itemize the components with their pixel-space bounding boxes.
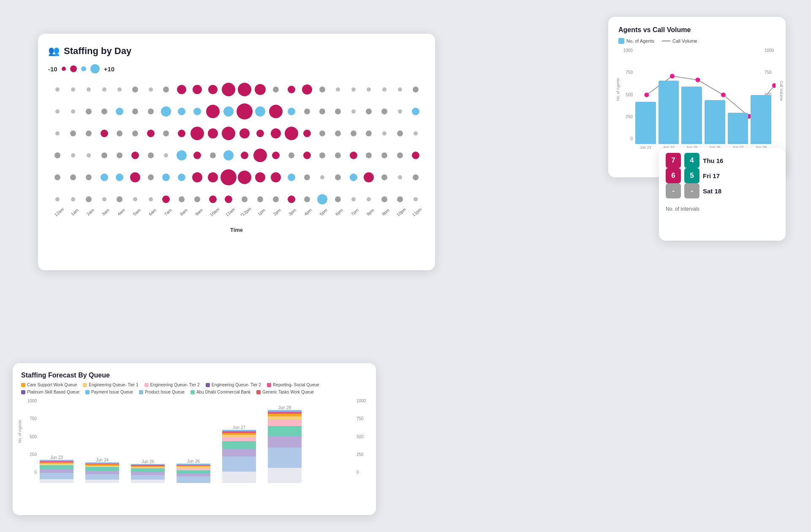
- bubble-cell: [346, 101, 361, 122]
- bubble: [148, 109, 154, 114]
- bubble: [86, 196, 92, 202]
- bubble: [397, 130, 403, 136]
- bubble: [366, 130, 372, 136]
- stacked-seg: [222, 441, 256, 449]
- bubble: [412, 108, 419, 115]
- agents-call-legend: No. of Agents Call Volume: [618, 38, 776, 44]
- forecast-legend-item: Reporting- Social Queue: [267, 383, 319, 387]
- staffing-day-title: 👥 Staffing by Day: [48, 46, 425, 57]
- bubble-cell: [158, 123, 174, 144]
- bubble-cell: [65, 123, 81, 144]
- bubble-cell: [96, 101, 112, 122]
- legend-call: Call Volume: [662, 38, 697, 43]
- bubble-cell: [299, 79, 315, 100]
- bubble: [237, 103, 253, 119]
- schedule-row: 74Thu 16: [666, 153, 779, 168]
- bubble-cell: [174, 123, 190, 144]
- bubble-cell: [96, 167, 112, 187]
- bubble: [351, 109, 356, 114]
- bubble-cell: [50, 101, 65, 122]
- bubble: [55, 197, 60, 201]
- agents-call-title: Agents vs Call Volume: [618, 26, 776, 34]
- bubble: [86, 174, 92, 180]
- forecast-y-tick-right: 750: [357, 416, 364, 421]
- bubble: [101, 174, 108, 181]
- forecast-y-tick: 750: [30, 416, 37, 421]
- bubble-cell: [158, 167, 174, 187]
- bubble: [288, 195, 295, 203]
- forecast-legend-dot: [144, 383, 149, 387]
- forecast-bar-col: Jun 26: [177, 458, 210, 483]
- bubble: [223, 106, 234, 117]
- bubble-cell: [299, 101, 315, 122]
- schedule-badge-red: -: [666, 183, 681, 198]
- bar-rect: [635, 102, 656, 144]
- bubble-cell: [143, 79, 158, 100]
- bubble-cell: [268, 167, 284, 187]
- forecast-bar-xlabel: Jun 23: [50, 455, 63, 460]
- bubble: [367, 197, 371, 201]
- bubble: [288, 86, 295, 93]
- forecast-legend-item: Engineering Queue- Tier 1: [83, 383, 138, 387]
- forecast-y-tick-right: 500: [357, 434, 364, 439]
- bubble: [191, 127, 204, 140]
- bubble: [304, 196, 310, 202]
- bubble-cell: [158, 101, 174, 122]
- forecast-legend-label: Care Support Work Queue: [27, 383, 77, 387]
- forecast-bar-col: Jun 24: [85, 456, 119, 483]
- bubble: [303, 130, 311, 137]
- bubble-cell: [174, 167, 190, 187]
- bubble-cell: [361, 145, 377, 166]
- bubble-cell: [50, 123, 65, 144]
- bubble: [319, 130, 325, 136]
- bubble: [102, 87, 106, 92]
- bubble-cell: [112, 101, 128, 122]
- stacked-seg: [40, 465, 73, 469]
- forecast-legend-item: Generic Tasks Work Queue: [256, 390, 314, 394]
- schedule-rows: 74Thu 1665Fri 17--Sat 18: [666, 153, 779, 198]
- bubble-cell: [283, 123, 299, 144]
- bubble-cell: [315, 79, 330, 100]
- bubble-cell: [65, 79, 81, 100]
- bubble: [255, 84, 266, 95]
- bubble: [364, 172, 374, 182]
- stacked-seg: [85, 480, 119, 483]
- forecast-legend-label: Generic Tasks Work Queue: [262, 390, 314, 394]
- schedule-day-label: Sat 18: [703, 187, 721, 195]
- stacked-seg: [177, 476, 210, 483]
- bubble: [335, 196, 341, 202]
- bubble-cell: [377, 123, 392, 144]
- people-icon: 👥: [48, 46, 60, 57]
- bubble-cell: [237, 167, 253, 187]
- bubble-cell: [392, 123, 408, 144]
- y-axis-left-label: No. of Agents: [616, 78, 620, 101]
- forecast-bar-xlabel: Jun 25: [142, 459, 154, 464]
- forecast-legend-dot: [191, 390, 195, 394]
- bar-rect: [681, 87, 702, 144]
- bubble-cell: [81, 101, 96, 122]
- bubble: [206, 105, 220, 118]
- forecast-bar-xlabel: Jun 27: [233, 425, 245, 430]
- bubble: [382, 87, 386, 92]
- bar-col: Jun 25: [681, 87, 702, 149]
- forecast-legend-dot: [21, 383, 25, 387]
- bubble-cell: [96, 79, 112, 100]
- stacked-seg: [177, 473, 210, 476]
- bubble-cell: [283, 101, 299, 122]
- bubble: [288, 174, 295, 181]
- forecast-legend-label: Payment Issue Queue: [91, 390, 133, 394]
- bubble: [102, 197, 106, 201]
- schedule-day-label: Thu 16: [703, 157, 723, 164]
- bubble: [414, 197, 418, 201]
- forecast-legend-dot: [206, 383, 210, 387]
- bubble-cell: [220, 101, 237, 122]
- bubble: [381, 152, 387, 158]
- bubble: [178, 108, 185, 115]
- bubble: [319, 87, 325, 92]
- stacked-seg: [40, 473, 73, 479]
- bubble: [54, 174, 60, 180]
- bubble: [288, 108, 295, 115]
- bubble-cell: [361, 167, 377, 187]
- bubble: [303, 152, 311, 159]
- bubble-cell: [81, 145, 96, 166]
